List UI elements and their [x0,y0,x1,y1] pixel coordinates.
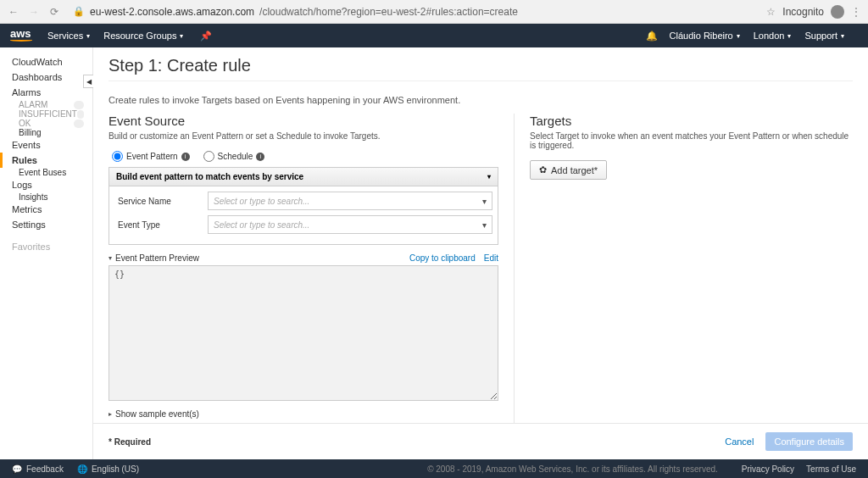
nav-region-label: London [754,31,785,41]
browser-chrome: ← → ⟳ 🔒 eu-west-2.console.aws.amazon.com… [0,0,868,24]
sidebar-item-event-buses[interactable]: Event Buses [12,168,92,177]
star-icon[interactable]: ☆ [766,6,776,18]
event-type-label: Event Type [114,220,208,230]
nav-support[interactable]: Support ▾ [804,31,844,41]
sidebar: ◀ CloudWatch Dashboards Alarms ALARM INS… [0,47,93,459]
chevron-down-icon: ▾ [787,32,791,40]
expand-arrow-icon: ▸ [108,410,112,418]
nav-resource-groups-label: Resource Groups [103,31,176,41]
select-placeholder: Select or type to search... [214,197,309,206]
sidebar-item-alarm[interactable]: ALARM [12,100,92,109]
sidebar-item-ok[interactable]: OK [12,119,92,128]
select-placeholder: Select or type to search... [214,220,309,230]
service-name-label: Service Name [114,197,208,206]
sidebar-collapse-icon[interactable]: ◀ [83,75,93,88]
radio-schedule[interactable]: Schedule i [203,151,265,162]
configure-details-button[interactable]: Configure details [765,432,853,451]
event-source-title: Event Source [108,114,498,128]
chevron-down-icon: ▾ [482,197,487,206]
event-type-select[interactable]: Select or type to search... ▾ [208,215,492,234]
aws-logo[interactable]: aws [10,30,32,42]
gear-icon: ✿ [539,164,547,175]
language-label: English (US) [92,464,139,474]
address-bar[interactable]: 🔒 eu-west-2.console.aws.amazon.com /clou… [68,3,760,20]
service-name-select[interactable]: Select or type to search... ▾ [208,192,492,210]
chat-icon: 💬 [12,464,22,474]
sidebar-item-billing[interactable]: Billing [12,128,92,137]
show-sample-events-label: Show sample event(s) [115,409,199,419]
edit-link[interactable]: Edit [484,253,498,263]
nav-services[interactable]: Services ▾ [47,31,90,41]
event-source-desc: Build or customize an Event Pattern or s… [108,131,498,141]
show-sample-events-toggle[interactable]: ▸ Show sample event(s) [108,409,498,419]
incognito-label: Incognito [782,6,824,18]
pin-icon[interactable]: 📌 [200,31,212,42]
pattern-builder-dropdown[interactable]: Build event pattern to match events by s… [109,168,498,186]
info-icon[interactable]: i [181,153,190,161]
radio-event-pattern-label: Event Pattern [126,152,178,161]
cancel-button[interactable]: Cancel [725,436,754,447]
sidebar-item-settings[interactable]: Settings [12,217,92,232]
globe-icon: 🌐 [77,464,87,474]
feedback-label: Feedback [26,464,64,474]
privacy-policy-link[interactable]: Privacy Policy [742,464,794,474]
chevron-down-icon: ▾ [482,220,487,230]
event-pattern-preview[interactable]: {} [108,265,498,401]
sidebar-item-events[interactable]: Events [12,137,92,153]
language-selector[interactable]: 🌐 English (US) [77,464,139,474]
terms-of-use-link[interactable]: Terms of Use [806,464,856,474]
nav-support-label: Support [804,31,837,41]
sidebar-item-logs[interactable]: Logs [12,177,92,192]
collapse-arrow-icon[interactable]: ▾ [108,254,112,262]
targets-desc: Select Target to invoke when an event ma… [530,131,853,150]
event-pattern-builder: Build event pattern to match events by s… [108,167,498,245]
add-target-button[interactable]: ✿ Add target* [530,160,607,180]
info-icon[interactable]: i [256,153,264,161]
aws-top-nav: aws Services ▾ Resource Groups ▾ 📌 🔔 Clá… [0,24,868,47]
sidebar-item-cloudwatch[interactable]: CloudWatch [12,54,92,69]
back-arrow-icon[interactable]: ← [7,6,20,18]
copyright-text: © 2008 - 2019, Amazon Web Services, Inc.… [427,464,718,474]
forward-arrow-icon[interactable]: → [27,6,41,18]
aws-footer: 💬 Feedback 🌐 English (US) © 2008 - 2019,… [0,459,868,478]
chevron-down-icon: ▾ [737,32,740,40]
nav-region[interactable]: London ▾ [754,31,792,41]
count-badge [74,119,84,128]
radio-schedule-label: Schedule [218,152,253,161]
sidebar-item-insufficient[interactable]: INSUFFICIENT [12,109,92,119]
copy-to-clipboard-link[interactable]: Copy to clipboard [409,253,476,263]
sidebar-item-rules[interactable]: Rules [0,153,92,168]
radio-event-pattern-input[interactable] [112,151,123,162]
chevron-down-icon: ▾ [180,32,183,40]
chevron-down-icon: ▾ [86,32,90,40]
browser-menu-icon[interactable]: ⋮ [851,6,861,18]
add-target-label: Add target* [551,165,598,175]
page-intro: Create rules to invoke Targets based on … [93,88,868,114]
sidebar-item-alarms[interactable]: Alarms [12,85,92,100]
nav-services-label: Services [47,31,83,41]
nav-resource-groups[interactable]: Resource Groups ▾ [103,31,183,41]
required-note: * Required [108,437,725,447]
url-host: eu-west-2.console.aws.amazon.com [90,6,254,18]
bell-icon[interactable]: 🔔 [646,31,658,42]
count-badge [77,110,84,119]
count-badge [74,101,84,109]
radio-event-pattern[interactable]: Event Pattern i [112,151,190,162]
chevron-down-icon: ▾ [841,32,844,40]
targets-title: Targets [530,114,853,128]
chevron-down-icon: ▾ [487,173,491,181]
incognito-icon [831,5,844,19]
pattern-builder-header-label: Build event pattern to match events by s… [116,172,303,181]
nav-user[interactable]: Cláudio Ribeiro ▾ [670,31,740,41]
radio-schedule-input[interactable] [203,151,214,162]
sidebar-item-metrics[interactable]: Metrics [12,202,92,217]
sidebar-item-insights[interactable]: Insights [12,192,92,202]
sidebar-item-favorites[interactable]: Favorites [12,239,92,254]
sidebar-item-dashboards[interactable]: Dashboards [12,69,92,85]
lock-icon: 🔒 [73,6,85,17]
feedback-link[interactable]: 💬 Feedback [12,464,64,474]
url-path: /cloudwatch/home?region=eu-west-2#rules:… [259,6,518,18]
preview-label: Event Pattern Preview [115,253,401,263]
reload-icon[interactable]: ⟳ [47,6,61,18]
page-title: Step 1: Create rule [108,56,853,75]
